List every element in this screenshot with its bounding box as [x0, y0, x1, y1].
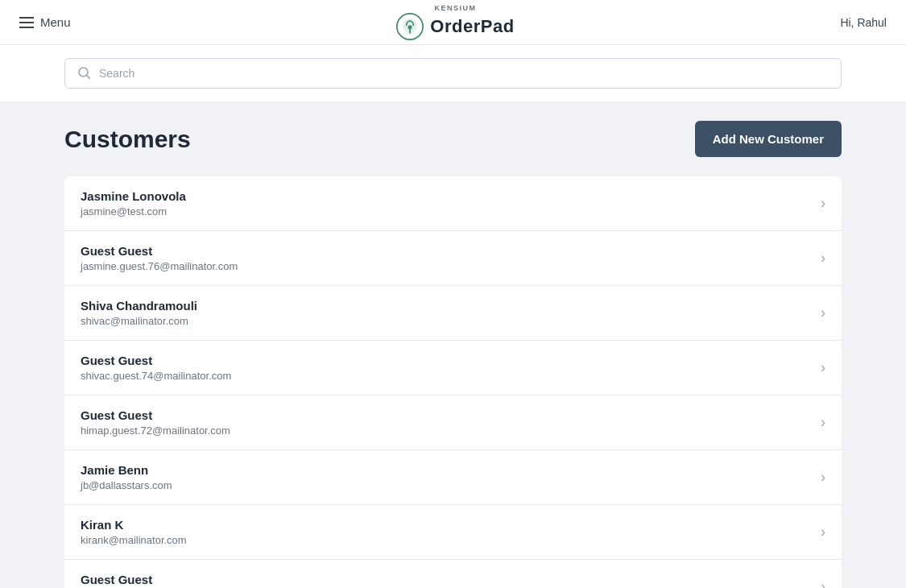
- customer-info: Shiva Chandramoulishivac@mailinator.com: [81, 299, 197, 327]
- customer-email: jasmine@test.com: [81, 205, 186, 217]
- customer-list-item[interactable]: Jasmine Lonovolajasmine@test.com›: [64, 176, 842, 231]
- search-bar-container: [0, 45, 906, 101]
- customer-info: Kiran Kkirank@mailinator.com: [81, 518, 187, 546]
- add-new-customer-button[interactable]: Add New Customer: [695, 121, 842, 157]
- customer-email: shivac@mailinator.com: [81, 315, 197, 327]
- customer-email: jasmine.guest.76@mailinator.com: [81, 260, 238, 272]
- page-header: Customers Add New Customer: [64, 121, 842, 157]
- menu-label[interactable]: Menu: [40, 15, 71, 29]
- chevron-right-icon: ›: [821, 304, 825, 321]
- brand-logo-icon: [396, 13, 424, 40]
- customer-list-item[interactable]: Guest Guestkirank.guest.69@mailinator.co…: [64, 560, 842, 588]
- customer-email: kirank@mailinator.com: [81, 534, 187, 546]
- chevron-right-icon: ›: [821, 414, 825, 431]
- menu-icon[interactable]: [19, 17, 34, 28]
- brand-wrapper: OrderPad: [396, 13, 514, 40]
- header-center: KENSIUM OrderPad: [396, 4, 514, 40]
- customer-info: Jamie Bennjb@dallasstars.com: [81, 463, 172, 491]
- search-input[interactable]: [99, 67, 828, 80]
- brand-sub: KENSIUM: [434, 4, 476, 12]
- customer-name: Shiva Chandramouli: [81, 299, 197, 313]
- chevron-right-icon: ›: [821, 359, 825, 376]
- customer-name: Jasmine Lonovola: [81, 189, 186, 203]
- customer-info: Guest Guestjasmine.guest.76@mailinator.c…: [81, 244, 238, 272]
- header-left: Menu: [19, 15, 71, 29]
- customer-info: Jasmine Lonovolajasmine@test.com: [81, 189, 186, 217]
- chevron-right-icon: ›: [821, 195, 825, 212]
- customer-info: Guest Guesthimap.guest.72@mailinator.com: [81, 408, 230, 437]
- customer-list-item[interactable]: Guest Guestjasmine.guest.76@mailinator.c…: [64, 231, 842, 286]
- customer-info: Guest Guestshivac.guest.74@mailinator.co…: [81, 354, 231, 382]
- chevron-right-icon: ›: [821, 250, 825, 267]
- header: Menu KENSIUM OrderPad Hi, Rahul: [0, 0, 906, 45]
- customer-name: Kiran K: [81, 518, 187, 532]
- customer-list-item[interactable]: Shiva Chandramoulishivac@mailinator.com›: [64, 286, 842, 341]
- chevron-right-icon: ›: [821, 578, 825, 588]
- main-content: Customers Add New Customer Jasmine Lonov…: [0, 101, 906, 588]
- customer-name: Jamie Benn: [81, 463, 172, 477]
- user-greeting: Hi, Rahul: [840, 16, 887, 29]
- customer-email: shivac.guest.74@mailinator.com: [81, 370, 231, 382]
- svg-point-2: [79, 68, 88, 77]
- customer-list: Jasmine Lonovolajasmine@test.com›Guest G…: [64, 176, 842, 588]
- page-title: Customers: [64, 126, 191, 153]
- customer-info: Guest Guestkirank.guest.69@mailinator.co…: [81, 573, 230, 588]
- customer-list-item[interactable]: Guest Guestshivac.guest.74@mailinator.co…: [64, 341, 842, 395]
- customer-list-item[interactable]: Guest Guesthimap.guest.72@mailinator.com…: [64, 395, 842, 450]
- customer-name: Guest Guest: [81, 354, 231, 367]
- customer-name: Guest Guest: [81, 573, 230, 586]
- customer-name: Guest Guest: [81, 244, 238, 258]
- customer-name: Guest Guest: [81, 408, 230, 422]
- customer-list-item[interactable]: Jamie Bennjb@dallasstars.com›: [64, 450, 842, 505]
- customer-email: himap.guest.72@mailinator.com: [81, 424, 230, 437]
- chevron-right-icon: ›: [821, 469, 825, 486]
- brand-name: OrderPad: [430, 16, 514, 37]
- search-bar: [64, 58, 842, 89]
- customer-list-item[interactable]: Kiran Kkirank@mailinator.com›: [64, 505, 842, 560]
- chevron-right-icon: ›: [821, 524, 825, 540]
- customer-email: jb@dallasstars.com: [81, 479, 172, 491]
- search-icon: [78, 67, 91, 80]
